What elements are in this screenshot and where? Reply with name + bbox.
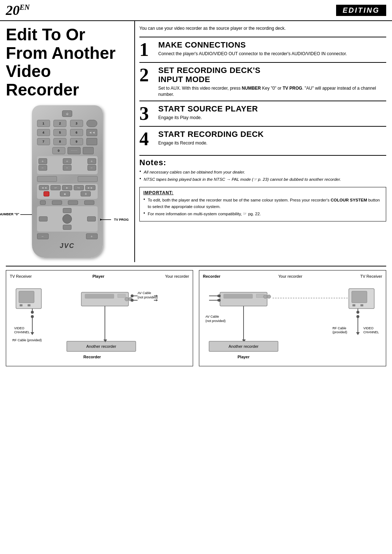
- svg-text:VIDEO: VIDEO: [14, 326, 24, 330]
- left-btn: [39, 216, 48, 221]
- spacer: [37, 147, 50, 154]
- right-btn-2: ◄◄: [86, 129, 97, 136]
- num-5-button: 5: [53, 129, 66, 136]
- step-2-number: 2: [139, 66, 153, 98]
- svg-marker-67: [356, 332, 360, 335]
- svg-text:Another recorder: Another recorder: [86, 344, 117, 349]
- diagram-right: Recorder Your recorder TV Receiver AV Ca…: [199, 270, 386, 366]
- svg-text:Recorder: Recorder: [83, 355, 101, 359]
- extra-btn-4: [84, 200, 94, 205]
- svg-text:(not provided): (not provided): [205, 319, 226, 323]
- svg-text:AV Cable: AV Cable: [205, 315, 219, 318]
- svg-marker-16: [30, 332, 34, 335]
- step-4: 4 Start Recording Deck Engage its Record…: [139, 126, 386, 151]
- notes-title: Notes:: [139, 158, 386, 167]
- num-7-button: 7: [37, 138, 50, 145]
- diagram-right-svg: AV Cable (not provided) Another recorder: [203, 281, 382, 361]
- important-title: IMPORTANT:: [143, 190, 382, 195]
- left-col1-label: TV Receiver: [10, 274, 32, 278]
- svg-text:CHANNEL: CHANNEL: [363, 330, 379, 334]
- important-item-2: For more information on multi-system com…: [148, 211, 382, 217]
- note-item-1: All necessary cables can be obtained fro…: [144, 169, 386, 175]
- important-item-1: To edit, both the player and the recorde…: [148, 197, 382, 210]
- svg-rect-55: [352, 291, 367, 303]
- svg-text:VIDEO: VIDEO: [363, 326, 373, 330]
- note-item-2: NTSC tapes being played back in the NTSC…: [144, 176, 386, 183]
- svg-point-40: [264, 295, 267, 298]
- svg-text:RF Cable (provided): RF Cable (provided): [12, 338, 42, 342]
- notes-section: Notes: All necessary cables can be obtai…: [139, 155, 386, 183]
- bottom-diagrams: TV Receiver Player Your recorder VIDEO C…: [6, 266, 386, 366]
- svg-rect-6: [20, 304, 23, 306]
- down-btn: [63, 225, 72, 230]
- num-6-button: 6: [70, 129, 83, 136]
- diagram-left-header: TV Receiver Player Your recorder: [10, 274, 189, 278]
- svg-rect-7: [28, 304, 30, 306]
- right-btn-3: [86, 138, 97, 145]
- step-3-number: 3: [139, 104, 153, 123]
- extra-btn-1: [40, 200, 46, 205]
- num-9-button: 9: [70, 138, 83, 145]
- plus-minus-section: + − + − + −: [37, 156, 98, 174]
- page-number: 20EN: [6, 2, 30, 18]
- right-column: You can use your video recorder as the s…: [134, 21, 392, 262]
- page-header: 20EN EDITING: [0, 0, 392, 21]
- svg-text:CHANNEL: CHANNEL: [14, 330, 30, 334]
- tv-prog-label: TV PROG: [100, 218, 129, 221]
- diagram-left: TV Receiver Player Your recorder VIDEO C…: [6, 270, 193, 366]
- step-2: 2 Set Recording Deck'sInput Mode Set to …: [139, 62, 386, 101]
- power-button-icon: ⏻: [62, 110, 72, 117]
- step-4-desc: Engage its Record mode.: [158, 140, 264, 146]
- right-your-recorder: Your recorder: [278, 274, 302, 278]
- svg-rect-38: [224, 294, 253, 298]
- step-2-title: Set Recording Deck'sInput Mode: [158, 66, 386, 84]
- svg-rect-39: [256, 294, 264, 298]
- extra-btn-3: [68, 200, 78, 205]
- center-btn: [62, 214, 72, 224]
- step-2-desc: Set to AUX. With this video recorder, pr…: [158, 85, 386, 98]
- num-1-button: 1: [37, 120, 50, 127]
- left-your-recorder: Your recorder: [165, 274, 189, 278]
- step-3-desc: Engage its Play mode.: [158, 115, 258, 121]
- num-4-button: 4: [37, 129, 50, 136]
- svg-text:RF Cable: RF Cable: [332, 326, 346, 330]
- step-1-title: Make Connections: [158, 40, 347, 49]
- section-badge: EDITING: [336, 5, 386, 16]
- jvc-logo: JVC: [37, 242, 98, 250]
- svg-rect-18: [85, 294, 114, 298]
- num-2-button: 2: [53, 120, 66, 127]
- up-btn: [63, 208, 72, 213]
- step-1-number: 1: [139, 40, 153, 59]
- svg-rect-56: [352, 304, 355, 306]
- step-3: 3 Start Source Player Engage its Play mo…: [139, 101, 386, 126]
- page-title: Edit To OrFrom AnotherVideoRecorder: [6, 25, 128, 99]
- svg-rect-5: [19, 291, 34, 303]
- main-content: Edit To OrFrom AnotherVideoRecorder NUMB…: [0, 21, 392, 262]
- svg-text:Another recorder: Another recorder: [229, 344, 259, 349]
- svg-text:(provided): (provided): [332, 330, 347, 334]
- remote-body: ⏻ 1 2 3 4 5 6 ◄◄: [32, 105, 103, 258]
- right-recorder-label: Recorder: [203, 274, 220, 278]
- num-3-button: 3: [70, 120, 83, 127]
- intro-text: You can use your video recorder as the s…: [139, 25, 386, 32]
- svg-text:Player: Player: [237, 355, 250, 359]
- step-1-desc: Connect the player's AUDIO/VIDEO OUT con…: [158, 51, 347, 57]
- extra-btn-2: [52, 200, 62, 205]
- svg-point-41: [267, 295, 271, 298]
- right-col2-label: TV Receiver: [360, 274, 382, 278]
- tv-prog-btn: [78, 176, 98, 182]
- record-btn: [44, 191, 49, 196]
- remote-illustration: NUMBER "0" ⏻ 1 2 3: [6, 105, 128, 258]
- step-4-title: Start Recording Deck: [158, 130, 264, 139]
- svg-rect-57: [360, 304, 363, 306]
- tv-prog-zone: [37, 176, 57, 182]
- misc-btn: [83, 147, 94, 154]
- left-player-label: Player: [93, 274, 105, 278]
- step-3-title: Start Source Player: [158, 104, 258, 113]
- menu-btn: ⋯⋯: [68, 147, 81, 154]
- step-4-number: 4: [139, 130, 153, 148]
- svg-point-20: [125, 297, 128, 301]
- right-btn: [87, 216, 96, 221]
- step-1: 1 Make Connections Connect the player's …: [139, 37, 386, 62]
- diagram-right-header: Recorder Your recorder TV Receiver: [203, 274, 382, 278]
